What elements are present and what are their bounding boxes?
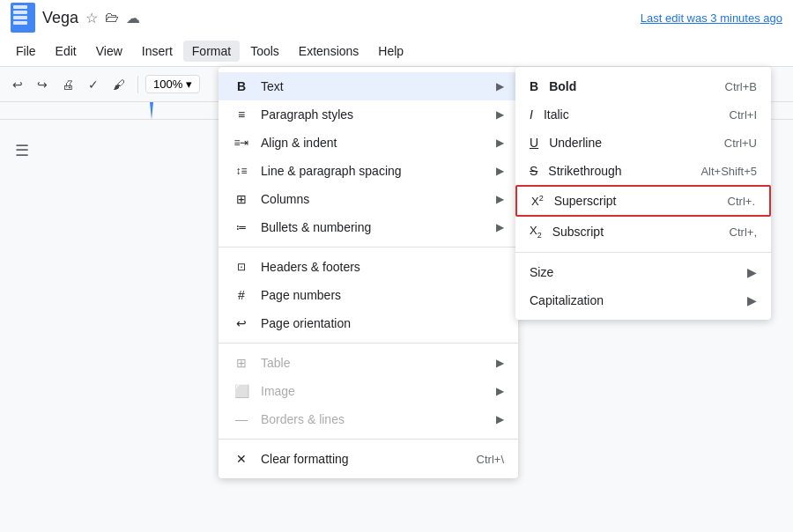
- text-subscript-item[interactable]: X2 Subscript Ctrl+,: [515, 217, 771, 247]
- orientation-label: Page orientation: [261, 316, 504, 330]
- image-arrow-icon: ▶: [496, 385, 504, 397]
- columns-icon: ⊞: [233, 192, 250, 206]
- outline-icon[interactable]: ☰: [9, 137, 35, 164]
- underline-shortcut: Ctrl+U: [724, 137, 757, 150]
- clear-icon: ✕: [233, 452, 250, 466]
- redo-btn[interactable]: ↪: [32, 74, 53, 95]
- undo-btn[interactable]: ↩: [7, 74, 28, 95]
- pagenumbers-label: Page numbers: [261, 288, 504, 302]
- text-submenu-divider: [515, 252, 771, 253]
- text-label: Text: [261, 79, 485, 93]
- format-paragraph-item[interactable]: ≡ Paragraph styles ▶: [219, 100, 518, 129]
- subscript-shortcut: Ctrl+,: [730, 225, 757, 239]
- capitalization-arrow-icon: ▶: [747, 293, 757, 307]
- capitalization-label: Capitalization: [530, 293, 737, 307]
- strikethrough-shortcut: Alt+Shift+5: [700, 165, 757, 178]
- superscript-icon: X2: [531, 194, 544, 208]
- text-arrow-icon: ▶: [496, 80, 504, 92]
- format-columns-item[interactable]: ⊞ Columns ▶: [219, 185, 518, 213]
- text-strikethrough-item[interactable]: S Strikethrough Alt+Shift+5: [515, 157, 771, 185]
- cloud-icon[interactable]: ☁: [126, 10, 140, 26]
- pagenumbers-icon: #: [233, 288, 250, 302]
- menu-file[interactable]: File: [7, 41, 45, 62]
- paragraph-arrow-icon: ▶: [496, 108, 504, 121]
- italic-label: Italic: [544, 107, 719, 122]
- text-capitalization-item[interactable]: Capitalization ▶: [515, 286, 771, 314]
- spacing-icon: ↕≡: [233, 165, 250, 177]
- text-bold-item[interactable]: B Bold Ctrl+B: [515, 72, 771, 100]
- borders-arrow-icon: ▶: [496, 413, 504, 425]
- menu-extensions[interactable]: Extensions: [290, 41, 367, 62]
- text-italic-item[interactable]: I Italic Ctrl+I: [515, 100, 771, 129]
- paragraph-icon: ≡: [233, 107, 250, 122]
- folder-icon[interactable]: 🗁: [105, 10, 119, 26]
- format-clear-item[interactable]: ✕ Clear formatting Ctrl+\: [219, 445, 518, 473]
- format-align-item[interactable]: ≡⇥ Align & indent ▶: [219, 129, 518, 157]
- menu-format[interactable]: Format: [183, 41, 240, 62]
- last-edit-text: Last edit was 3 minutes ago: [641, 11, 782, 25]
- italic-shortcut: Ctrl+I: [730, 108, 757, 122]
- format-image-item: ⬜ Image ▶: [219, 377, 518, 405]
- menu-bar: File Edit View Insert Format Tools Exten…: [0, 35, 793, 67]
- underline-icon: U: [530, 136, 538, 150]
- image-label: Image: [261, 384, 485, 398]
- toolbar-divider-1: [137, 76, 138, 93]
- format-headers-item[interactable]: ⊡ Headers & footers: [219, 253, 518, 281]
- title-icons: ☆ 🗁 ☁: [85, 10, 140, 26]
- format-orientation-item[interactable]: ↩ Page orientation: [219, 309, 518, 337]
- table-icon: ⊞: [233, 356, 250, 370]
- table-arrow-icon: ▶: [496, 357, 504, 369]
- format-text-item[interactable]: B Text ▶: [219, 72, 518, 100]
- superscript-label: Superscript: [554, 194, 717, 208]
- columns-arrow-icon: ▶: [496, 193, 504, 205]
- menu-edit[interactable]: Edit: [47, 41, 85, 62]
- menu-tools[interactable]: Tools: [241, 41, 288, 62]
- format-pagenumbers-item[interactable]: # Page numbers: [219, 281, 518, 309]
- strikethrough-label: Strikethrough: [548, 164, 690, 178]
- bold-label: Bold: [549, 79, 714, 93]
- bold-shortcut: Ctrl+B: [725, 80, 757, 93]
- spellcheck-btn[interactable]: ✓: [83, 74, 104, 95]
- orientation-icon: ↩: [233, 316, 250, 330]
- text-submenu: B Bold Ctrl+B I Italic Ctrl+I U Underlin…: [515, 67, 771, 320]
- sidebar-nav: ☰: [0, 120, 44, 532]
- title-bar: Vega ☆ 🗁 ☁ Last edit was 3 minutes ago: [0, 0, 793, 35]
- headers-label: Headers & footers: [261, 260, 504, 274]
- headers-icon: ⊡: [233, 261, 250, 273]
- format-spacing-item[interactable]: ↕≡ Line & paragraph spacing ▶: [219, 157, 518, 185]
- app-icon: [11, 3, 35, 33]
- paragraph-label: Paragraph styles: [261, 107, 485, 122]
- underline-label: Underline: [549, 136, 714, 150]
- strikethrough-icon: S: [530, 164, 537, 178]
- size-arrow-icon: ▶: [747, 265, 757, 279]
- format-divider-3: [219, 439, 518, 440]
- borders-icon: —: [233, 412, 250, 426]
- print-btn[interactable]: 🖨: [56, 74, 79, 95]
- text-superscript-item[interactable]: X2 Superscript Ctrl+.: [515, 185, 771, 217]
- menu-help[interactable]: Help: [369, 41, 412, 62]
- subscript-icon: X2: [530, 224, 542, 240]
- menu-insert[interactable]: Insert: [133, 41, 182, 62]
- text-size-item[interactable]: Size ▶: [515, 258, 771, 286]
- ruler-marker: [150, 102, 153, 120]
- format-divider-1: [219, 247, 518, 248]
- star-icon[interactable]: ☆: [85, 10, 98, 26]
- image-icon: ⬜: [233, 384, 250, 398]
- text-icon: B: [233, 79, 250, 93]
- zoom-arrow-icon: ▾: [186, 78, 192, 91]
- spacing-arrow-icon: ▶: [496, 165, 504, 177]
- zoom-control[interactable]: 100% ▾: [145, 75, 200, 93]
- menu-view[interactable]: View: [87, 41, 131, 62]
- format-divider-2: [219, 343, 518, 344]
- clear-label: Clear formatting: [261, 452, 466, 466]
- align-icon: ≡⇥: [233, 137, 250, 149]
- borders-label: Borders & lines: [261, 412, 485, 426]
- format-bullets-item[interactable]: ≔ Bullets & numbering ▶: [219, 213, 518, 241]
- format-dropdown: B Text ▶ ≡ Paragraph styles ▶ ≡⇥ Align &…: [219, 67, 518, 478]
- paint-btn[interactable]: 🖌: [107, 74, 130, 95]
- italic-icon: I: [530, 107, 533, 122]
- spacing-label: Line & paragraph spacing: [261, 164, 485, 178]
- app-title: Vega: [42, 9, 78, 27]
- superscript-shortcut: Ctrl+.: [728, 195, 755, 208]
- text-underline-item[interactable]: U Underline Ctrl+U: [515, 129, 771, 157]
